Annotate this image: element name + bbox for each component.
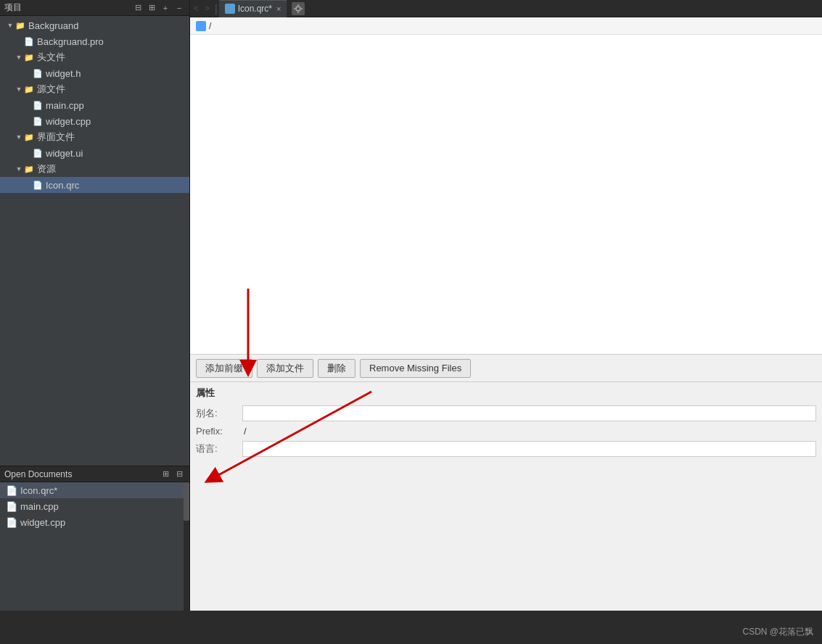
properties-section: 属性 别名: Prefix: / 语言:	[190, 381, 822, 611]
property-row-alias: 别名:	[196, 405, 816, 421]
tab-back-btn[interactable]: <	[190, 0, 202, 17]
add-panel-icon[interactable]: +	[160, 2, 171, 14]
h-file-icon: 📄	[32, 67, 44, 79]
property-row-language: 语言:	[196, 441, 816, 457]
expand-arrow-sources[interactable]: ▼	[15, 85, 23, 94]
ui-file-icon: 📄	[32, 147, 44, 159]
pro-file-icon: 📄	[23, 36, 35, 47]
tree-label-backgruand-pro: Backgruand.pro	[37, 36, 104, 47]
tree-item-widget-h[interactable]: 📄 widget.h	[0, 65, 189, 81]
remove-missing-btn[interactable]: Remove Missing Files	[360, 359, 471, 378]
open-doc-label-icon-qrc: Icon.qrc*	[20, 485, 57, 496]
folder-icon-backgruand: 📁	[15, 20, 26, 31]
link-icon[interactable]: ⊞	[146, 2, 157, 14]
open-doc-qrc-icon: 📄	[6, 485, 17, 496]
open-docs-header: Open Documents ⊞ ⊟	[0, 466, 189, 482]
prefix-label: Prefix:	[196, 426, 239, 437]
cpp-file-icon-widget: 📄	[32, 115, 44, 127]
tree-item-resources[interactable]: ▼ 📁 资源	[0, 161, 189, 177]
expand-arrow-forms[interactable]: ▼	[15, 133, 23, 141]
tree-item-headers[interactable]: ▼ 📁 头文件	[0, 49, 189, 65]
tree-item-forms[interactable]: ▼ 📁 界面文件	[0, 129, 189, 145]
expand-arrow-resources[interactable]: ▼	[15, 165, 23, 173]
breadcrumb-qrc-icon	[196, 21, 206, 31]
open-doc-main-cpp[interactable]: 📄 main.cpp	[0, 498, 189, 514]
property-row-prefix: Prefix: /	[196, 426, 816, 437]
tree-label-backgruand: Backgruand	[28, 20, 78, 31]
expand-arrow-headers[interactable]: ▼	[15, 53, 23, 62]
filter-icon[interactable]: ⊟	[132, 2, 144, 14]
qrc-file-icon: 📄	[32, 179, 44, 191]
language-input[interactable]	[242, 441, 816, 457]
alias-label: 别名:	[196, 407, 239, 420]
folder-icon-headers: 📁	[23, 51, 35, 63]
tree-label-resources: 资源	[37, 162, 56, 176]
tree-item-backgruand[interactable]: ▼ 📁 Backgruand	[0, 17, 189, 33]
open-doc-widget-cpp[interactable]: 📄 widget.cpp	[0, 514, 189, 530]
tree-item-main-cpp[interactable]: 📄 main.cpp	[0, 97, 189, 113]
tree-label-sources: 源文件	[37, 83, 65, 96]
open-docs-icons: ⊞ ⊟	[160, 468, 185, 480]
open-doc-label-widget-cpp: widget.cpp	[20, 517, 65, 528]
open-doc-cpp-icon-widget: 📄	[6, 517, 17, 528]
tab-forward-btn[interactable]: >	[202, 0, 213, 17]
tree-item-widget-cpp[interactable]: 📄 widget.cpp	[0, 113, 189, 129]
tree-label-headers: 头文件	[37, 51, 65, 64]
tab-extra-icon	[292, 2, 305, 15]
open-docs-add-icon[interactable]: ⊞	[160, 468, 171, 480]
open-doc-icon-qrc[interactable]: 📄 Icon.qrc*	[0, 482, 189, 498]
watermark: CSDN @花落已飘	[742, 626, 813, 638]
tree-label-widget-h: widget.h	[46, 68, 81, 79]
svg-point-0	[296, 7, 300, 11]
tree-label-widget-cpp: widget.cpp	[46, 116, 91, 127]
bottom-toolbar: 添加前缀 添加文件 删除 Remove Missing Files	[190, 354, 822, 381]
properties-title: 属性	[196, 387, 816, 400]
open-docs-list: 📄 Icon.qrc* 📄 main.cpp 📄 widget.cpp	[0, 482, 189, 611]
minus-panel-icon[interactable]: −	[173, 2, 185, 14]
tab-label-icon-qrc: Icon.qrc*	[238, 4, 272, 14]
language-label: 语言:	[196, 442, 239, 455]
breadcrumb-bar: /	[190, 17, 822, 35]
tree-label-main-cpp: main.cpp	[46, 100, 84, 111]
project-panel-icons: ⊟ ⊞ + −	[132, 2, 185, 14]
tree-item-sources[interactable]: ▼ 📁 源文件	[0, 81, 189, 97]
open-doc-cpp-icon-main: 📄	[6, 501, 17, 512]
add-file-btn[interactable]: 添加文件	[257, 359, 313, 378]
open-documents-panel: Open Documents ⊞ ⊟ 📄 Icon.qrc*	[0, 466, 189, 611]
folder-icon-forms: 📁	[23, 131, 35, 143]
open-docs-title: Open Documents	[4, 469, 72, 479]
prefix-value: /	[244, 426, 247, 437]
open-docs-minus-icon[interactable]: ⊟	[173, 468, 185, 480]
project-panel-title: 项目	[4, 1, 22, 14]
tree-item-widget-ui[interactable]: 📄 widget.ui	[0, 145, 189, 161]
folder-icon-resources: 📁	[23, 163, 35, 175]
tab-qrc-icon	[225, 4, 235, 14]
open-doc-label-main-cpp: main.cpp	[20, 501, 59, 512]
alias-input[interactable]	[242, 405, 816, 421]
tree-label-icon-qrc: Icon.qrc	[46, 180, 79, 191]
folder-icon-sources: 📁	[23, 83, 35, 95]
resource-editor-area	[190, 35, 822, 354]
project-tree: ▼ 📁 Backgruand 📄 Backgruand.pro ▼ 📁 头文件	[0, 16, 189, 466]
right-panel: < > | Icon.qrc* ×	[190, 0, 822, 611]
project-panel-header: 项目 ⊟ ⊞ + −	[0, 0, 189, 16]
tab-bar: < > | Icon.qrc* ×	[190, 0, 822, 17]
tab-close-btn[interactable]: ×	[276, 4, 281, 13]
tree-item-backgruand-pro[interactable]: 📄 Backgruand.pro	[0, 33, 189, 49]
expand-arrow-backgruand[interactable]: ▼	[6, 21, 15, 30]
properties-spacer	[196, 461, 816, 606]
settings-icon	[293, 4, 303, 14]
breadcrumb-text: /	[209, 21, 211, 31]
tree-label-forms: 界面文件	[37, 131, 75, 144]
tab-separator: |	[215, 3, 218, 15]
cpp-file-icon-main: 📄	[32, 99, 44, 111]
tree-item-icon-qrc[interactable]: 📄 Icon.qrc	[0, 177, 189, 193]
tree-label-widget-ui: widget.ui	[46, 148, 83, 159]
add-prefix-btn[interactable]: 添加前缀	[196, 359, 252, 378]
remove-btn[interactable]: 删除	[318, 359, 355, 378]
tab-icon-qrc[interactable]: Icon.qrc* ×	[219, 0, 288, 17]
